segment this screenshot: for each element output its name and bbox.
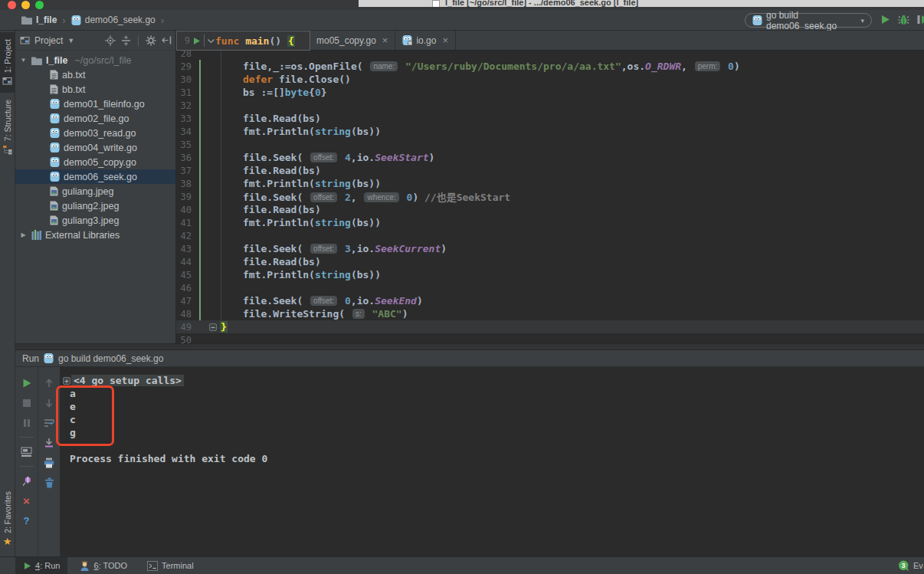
- breadcrumb-item[interactable]: demo06_seek.go: [71, 15, 156, 25]
- statusbar-item-Run[interactable]: 4: Run: [15, 557, 67, 574]
- tool-stripe-button[interactable]: 7: Structure: [0, 93, 15, 161]
- editor-tab-io.go[interactable]: io.go×: [395, 31, 456, 50]
- tree-item-demo03_read.go[interactable]: demo03_read.go: [15, 126, 175, 140]
- left-tool-stripe: 1: Project7: Structure 2: Favorites★: [0, 31, 15, 556]
- tree-item-demo01_fileinfo.go[interactable]: demo01_fileinfo.go: [15, 97, 175, 111]
- help-icon[interactable]: ?: [20, 514, 34, 527]
- ide-window: l_file [~/go/src/l_file] - .../demo06_se…: [0, 0, 924, 574]
- locate-icon[interactable]: [105, 35, 116, 46]
- run-gutter-icon[interactable]: [192, 37, 201, 45]
- statusbar-item-TODO[interactable]: 6: TODO: [72, 557, 135, 574]
- project-icon: [2, 76, 12, 86]
- tool-stripe-button[interactable]: 1: Project: [0, 32, 15, 93]
- tool-stripe-button[interactable]: 2: Favorites★: [0, 484, 15, 553]
- gear-icon[interactable]: [146, 35, 156, 46]
- fold-chevron-icon[interactable]: [207, 37, 215, 45]
- library-icon: [31, 230, 41, 240]
- hide-icon[interactable]: [162, 35, 172, 45]
- tab-close-icon[interactable]: ×: [442, 34, 448, 46]
- minimize-window-icon[interactable]: [21, 1, 30, 9]
- close-window-icon[interactable]: [8, 1, 16, 9]
- line-number: 45: [176, 270, 192, 280]
- imagefile-icon: [50, 186, 58, 196]
- stop-icon[interactable]: [20, 396, 34, 409]
- tree-item-demo04_write.go[interactable]: demo04_write.go: [15, 140, 175, 155]
- statusbar-item-Terminal[interactable]: Terminal: [139, 557, 202, 574]
- tree-item-demo02_file.go[interactable]: demo02_file.go: [15, 111, 175, 126]
- fold-expand-icon[interactable]: +: [63, 377, 70, 385]
- context-code: func main() {: [215, 35, 295, 47]
- softwrap-icon[interactable]: [42, 416, 56, 429]
- run-panel-header: Run go build demo06_seek.go: [15, 350, 924, 367]
- debug-button[interactable]: [897, 14, 910, 25]
- tab-close-icon[interactable]: ×: [382, 34, 388, 46]
- run-button[interactable]: [880, 14, 891, 25]
- zoom-window-icon[interactable]: [35, 1, 44, 9]
- structure-icon: [2, 145, 12, 155]
- tree-item-demo05_copy.go[interactable]: demo05_copy.go: [15, 155, 175, 169]
- line-number: 36: [176, 153, 192, 163]
- layout-icon[interactable]: [20, 445, 34, 458]
- line-number: 39: [176, 192, 192, 202]
- macos-titlebar: l_file [~/go/src/l_file] - .../demo06_se…: [0, 0, 924, 10]
- editor-tab-mo05_copy.go[interactable]: mo05_copy.go×: [310, 31, 395, 50]
- go-file-icon: [44, 353, 54, 363]
- arrowdown-icon[interactable]: [42, 396, 56, 409]
- code-line-45: 45fmt.Println(string(bs)): [176, 268, 924, 281]
- trash-icon[interactable]: [42, 476, 56, 489]
- tree-item-guliang2.jpeg[interactable]: guliang2.jpeg: [15, 198, 175, 213]
- runplaysm-icon: [23, 562, 31, 570]
- chevron-down-icon[interactable]: ▼: [67, 37, 74, 44]
- console-output[interactable]: +<4 go setup calls>aecgProcess finished …: [60, 367, 924, 556]
- pause-icon[interactable]: [20, 416, 34, 429]
- project-panel-header: Project ▼: [15, 31, 175, 51]
- tree-toggle-icon[interactable]: ▼: [19, 57, 28, 64]
- project-tool-window: Project ▼ ▼l_file~/go/src/l_fileab.txtbb…: [15, 31, 176, 343]
- tree-item-demo06_seek.go[interactable]: demo06_seek.go: [15, 169, 175, 184]
- code-line-41: 41fmt.Println(string(bs)): [176, 216, 924, 229]
- status-bar: 4: Run6: TODOTerminal 3 Ev: [0, 556, 924, 574]
- tree-item-guliang.jpeg[interactable]: guliang.jpeg: [15, 184, 175, 198]
- console-line: Process finished with exit code 0: [61, 452, 924, 465]
- editor[interactable]: mo05_copy.go×io.go× 9 func main() { 2829…: [176, 31, 924, 343]
- tree-item-External Libraries[interactable]: ▶External Libraries: [15, 228, 175, 242]
- event-log-label: Ev: [913, 561, 923, 570]
- line-number: 41: [176, 218, 192, 228]
- code-line-29: 29file,_:=os.OpenFile( name: "/Users/rub…: [176, 60, 924, 73]
- run-toolbar-main: ×?: [15, 367, 38, 556]
- gofile-icon: [71, 15, 81, 25]
- code-line-32: 32: [176, 99, 924, 112]
- line-number: 31: [176, 87, 192, 98]
- code-line-44: 44file.Read(bs): [176, 255, 924, 268]
- chevron-down-icon: ▾: [860, 17, 864, 25]
- tree-item-bb.txt[interactable]: bb.txt: [15, 82, 175, 97]
- rerun-icon[interactable]: [20, 376, 34, 389]
- tree-item-l_file[interactable]: ▼l_file~/go/src/l_file: [15, 53, 175, 67]
- line-number: 46: [176, 283, 192, 294]
- line-number: 30: [176, 74, 192, 85]
- navigation-bar: l_file›demo06_seek.go› go build demo06_s…: [0, 10, 924, 31]
- horizontal-splitter[interactable]: [15, 343, 924, 350]
- imagefile-icon: [50, 201, 58, 211]
- tree-item-guliang3.jpeg[interactable]: guliang3.jpeg: [15, 213, 175, 228]
- breadcrumb-item[interactable]: l_file: [21, 15, 57, 25]
- pin-icon[interactable]: [20, 474, 34, 487]
- tree-toggle-icon[interactable]: ▶: [19, 231, 28, 238]
- collapse-icon[interactable]: [121, 35, 131, 46]
- tree-item-ab.txt[interactable]: ab.txt: [15, 67, 175, 82]
- run-config-selector[interactable]: go build demo06_seek.go▾: [745, 13, 872, 28]
- folder-icon: [31, 56, 42, 65]
- event-log-widget[interactable]: 3 Ev: [898, 557, 923, 574]
- code-line-34: 34fmt.Println(string(bs)): [176, 125, 924, 138]
- run-with-coverage-button[interactable]: [917, 14, 924, 25]
- scrollend-icon[interactable]: [42, 436, 56, 449]
- fold-marker-icon[interactable]: −: [209, 323, 217, 331]
- gofile-icon: [50, 157, 60, 167]
- code-area[interactable]: 2829file,_:=os.OpenFile( name: "/Users/r…: [176, 51, 924, 343]
- closex-icon[interactable]: ×: [20, 494, 34, 507]
- line-number: 50: [176, 335, 192, 344]
- gofile-icon: [50, 99, 60, 109]
- print-icon[interactable]: [42, 456, 56, 469]
- project-view-icon: [20, 35, 30, 45]
- arrowup-icon[interactable]: [42, 376, 56, 389]
